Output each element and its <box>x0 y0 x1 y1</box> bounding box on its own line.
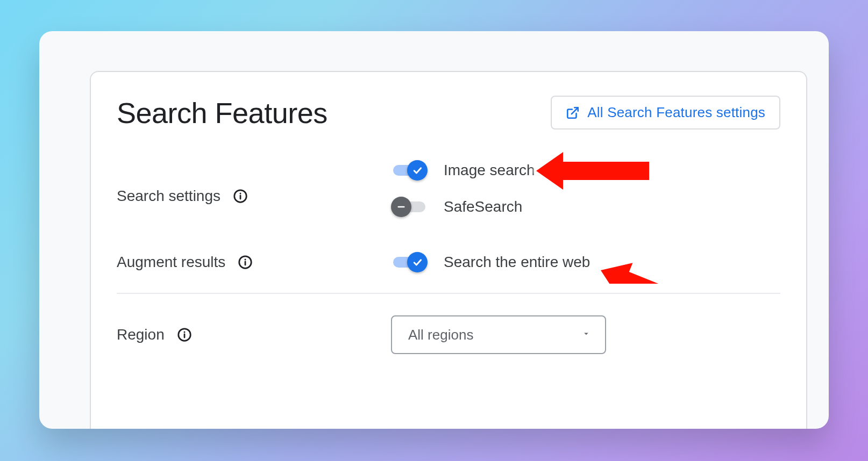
safesearch-toggle[interactable] <box>391 196 428 218</box>
region-label: Region <box>117 326 165 343</box>
all-search-features-settings-label: All Search Features settings <box>587 104 765 121</box>
annotation-arrow-icon <box>531 147 654 197</box>
info-icon[interactable] <box>231 187 250 205</box>
svg-point-3 <box>240 193 241 195</box>
search-features-card: Search Features All Search Features sett… <box>90 71 807 429</box>
open-in-new-icon <box>566 106 580 120</box>
svg-point-7 <box>245 259 246 261</box>
search-entire-web-label: Search the entire web <box>444 254 590 271</box>
info-icon[interactable] <box>175 326 194 344</box>
region-selected-value: All regions <box>408 327 473 343</box>
svg-point-10 <box>183 332 185 333</box>
search-entire-web-toggle[interactable] <box>391 251 428 273</box>
svg-line-0 <box>572 107 578 114</box>
search-settings-label: Search settings <box>117 188 220 205</box>
safesearch-label: SafeSearch <box>444 198 522 215</box>
settings-panel-window: Search Features All Search Features sett… <box>39 31 829 429</box>
image-search-toggle[interactable] <box>391 160 428 181</box>
region-dropdown[interactable]: All regions <box>391 315 606 354</box>
info-icon[interactable] <box>236 253 254 271</box>
all-search-features-settings-button[interactable]: All Search Features settings <box>551 96 780 129</box>
search-settings-row: Search settings <box>117 160 780 233</box>
section-divider <box>117 293 780 294</box>
augment-results-label: Augment results <box>117 254 225 271</box>
image-search-label: Image search <box>444 162 535 179</box>
page-title: Search Features <box>117 96 328 129</box>
region-row: Region All regions <box>117 315 780 354</box>
chevron-down-icon <box>581 329 591 341</box>
augment-results-row: Augment results <box>117 247 780 278</box>
